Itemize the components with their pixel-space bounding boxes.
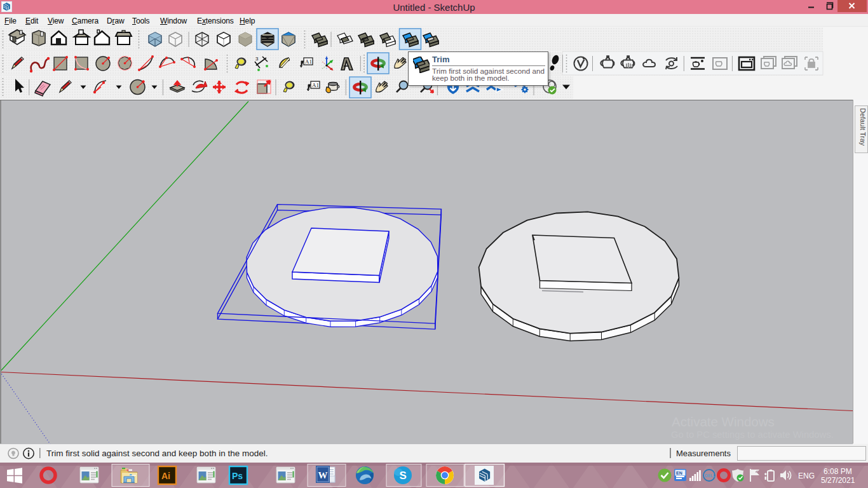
- svg-text:DELL: DELL: [705, 473, 715, 478]
- svg-text:6:08 PM: 6:08 PM: [824, 467, 852, 476]
- svg-text:W: W: [318, 470, 328, 480]
- svg-text:5/27/2021: 5/27/2021: [821, 476, 855, 485]
- svg-text:Ps: Ps: [232, 471, 243, 481]
- svg-text:Ai: Ai: [161, 471, 170, 481]
- svg-text:3: 3: [255, 56, 259, 62]
- svg-text:ENG: ENG: [798, 471, 815, 480]
- svg-text:EN: EN: [676, 471, 682, 475]
- svg-text:S: S: [400, 470, 407, 482]
